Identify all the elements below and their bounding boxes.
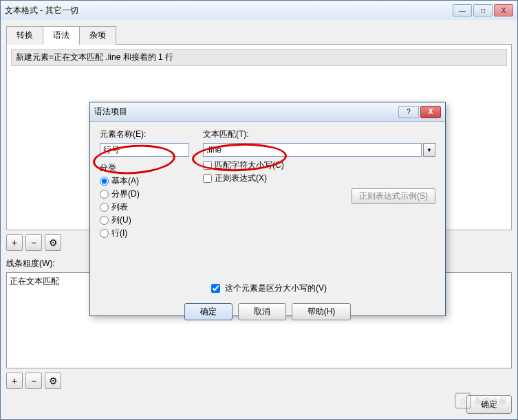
dialog-footer: 确定 取消 帮助(H) <box>100 303 435 320</box>
tab-strip: 转换 语法 杂项 <box>6 25 512 45</box>
remove-button-2[interactable]: − <box>25 373 42 389</box>
minimize-button[interactable]: — <box>453 4 472 16</box>
text-match-label: 文本匹配(T): <box>203 129 435 140</box>
add-button[interactable]: + <box>6 234 23 251</box>
check-matchcase-input[interactable] <box>203 161 212 170</box>
check-regex-input[interactable] <box>203 174 212 183</box>
combo-dropdown-button[interactable]: ▼ <box>423 143 435 157</box>
radio-column[interactable]: 列(U) <box>100 214 189 226</box>
radio-sep-input[interactable] <box>100 190 109 199</box>
tab-convert[interactable]: 转换 <box>6 26 43 45</box>
watermark-logo-icon: ⌂ <box>455 393 471 409</box>
remove-button[interactable]: − <box>25 234 42 251</box>
window-title: 文本格式 - 其它一切 <box>5 5 453 16</box>
settings-button[interactable]: ⚙ <box>45 234 61 251</box>
radio-col-input[interactable] <box>100 216 109 225</box>
case-sensitive-input[interactable] <box>211 284 220 293</box>
close-button[interactable]: X <box>494 4 513 16</box>
radio-row[interactable]: 行(I) <box>100 228 189 239</box>
watermark: ⌂ 系统之家 <box>455 393 507 409</box>
element-name-input[interactable] <box>100 143 189 157</box>
tab-syntax[interactable]: 语法 <box>43 26 80 45</box>
maximize-button[interactable]: □ <box>473 4 493 16</box>
category-radios: 基本(A) 分界(D) 列表 列(U) 行(I) <box>100 175 189 239</box>
syntax-item-dialog: 语法项目 ? X 元素名称(E): 分类 基本(A) 分界(D) 列表 列(U)… <box>89 102 446 316</box>
list-toolbar-2: + − ⚙ <box>6 373 512 389</box>
settings-button-2[interactable]: ⚙ <box>45 373 61 389</box>
text-match-input[interactable] <box>203 143 422 157</box>
dialog-cancel-button[interactable]: 取消 <box>238 303 286 320</box>
radio-row-input[interactable] <box>100 229 109 238</box>
radio-list-input[interactable] <box>100 203 109 212</box>
element-name-label: 元素名称(E): <box>100 129 189 140</box>
radio-basic[interactable]: 基本(A) <box>100 175 189 187</box>
watermark-text: 系统之家 <box>474 395 507 407</box>
element-summary: 新建元素=正在文本匹配 .line 和接着的 1 行 <box>11 49 507 66</box>
check-matchcase[interactable]: 匹配字符大小写(C) <box>203 159 435 171</box>
dialog-close-button[interactable]: X <box>420 106 441 118</box>
dialog-titlebar: 语法项目 ? X <box>90 102 445 122</box>
add-button-2[interactable]: + <box>6 373 23 389</box>
check-regex[interactable]: 正则表达式(X) <box>203 173 435 184</box>
dialog-help-button-2[interactable]: 帮助(H) <box>292 303 352 320</box>
radio-basic-input[interactable] <box>100 177 109 186</box>
radio-list[interactable]: 列表 <box>100 201 189 213</box>
case-sensitive-check[interactable]: 这个元素是区分大小写的(V) <box>208 282 327 295</box>
case-sensitive-row: 这个元素是区分大小写的(V) <box>100 282 435 295</box>
radio-separator[interactable]: 分界(D) <box>100 188 189 200</box>
titlebar: 文本格式 - 其它一切 — □ X <box>1 1 517 20</box>
tab-misc[interactable]: 杂项 <box>79 26 116 45</box>
dialog-help-button[interactable]: ? <box>398 106 419 118</box>
dialog-body: 元素名称(E): 分类 基本(A) 分界(D) 列表 列(U) 行(I) 文本匹… <box>90 122 445 327</box>
regex-example-button[interactable]: 正则表达式示例(S) <box>352 188 435 204</box>
dialog-ok-button[interactable]: 确定 <box>184 303 233 320</box>
dialog-title: 语法项目 <box>94 106 398 118</box>
category-label: 分类 <box>100 162 189 174</box>
